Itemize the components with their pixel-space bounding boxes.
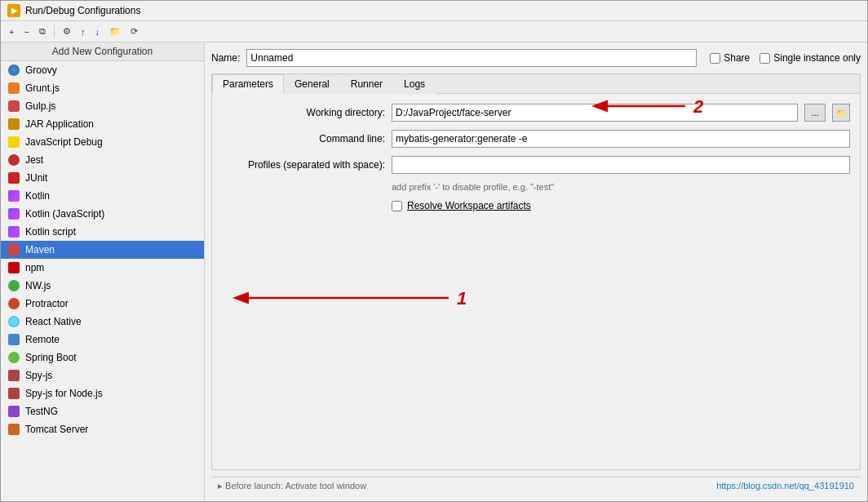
- profiles-hint: add prefix '-' to disable profile, e.g. …: [392, 182, 850, 192]
- sidebar-item-jsdebug[interactable]: JavaScript Debug: [1, 133, 204, 151]
- sort-button[interactable]: ⟳: [127, 24, 141, 39]
- sidebar-item-kotlin[interactable]: Kotlin: [1, 187, 204, 205]
- sidebar-item-nwjs[interactable]: NW.js: [1, 277, 204, 295]
- tab-general[interactable]: General: [284, 74, 340, 94]
- toolbar: + − ⧉ ⚙ ↑ ↓ 📁 ⟳: [1, 21, 867, 42]
- sidebar-header: Add New Configuration: [1, 42, 204, 61]
- tab-parameters[interactable]: Parameters: [212, 74, 284, 94]
- working-directory-label: Working directory:: [222, 107, 385, 118]
- gulp-icon: [7, 100, 20, 113]
- kotlin-script-icon: [7, 225, 20, 238]
- jest-icon: [7, 153, 20, 167]
- sidebar-label-spyjs: Spy-js: [25, 370, 52, 381]
- right-panel: Name: Share Single instance only Param: [205, 42, 867, 501]
- sidebar-label-jsdebug: JavaScript Debug: [25, 136, 103, 148]
- tabs-panel: Parameters General Runner Logs Working d…: [211, 73, 861, 470]
- single-instance-checkbox-label[interactable]: Single instance only: [760, 52, 861, 64]
- spyjs-icon: [7, 369, 20, 382]
- sidebar-item-npm[interactable]: npm: [1, 259, 204, 277]
- sidebar-label-kotlin-script: Kotlin script: [25, 226, 76, 238]
- working-directory-input[interactable]: [392, 104, 798, 122]
- sidebar-item-remote[interactable]: Remote: [1, 331, 204, 349]
- sidebar-item-jar[interactable]: JAR Application: [1, 115, 204, 133]
- resolve-workspace-row: Resolve Workspace artifacts: [392, 200, 850, 211]
- before-launch-text: ▸ Before launch: Activate tool window: [218, 481, 366, 491]
- npm-icon: [7, 261, 20, 274]
- command-line-label: Command line:: [222, 133, 385, 144]
- share-checkbox-label[interactable]: Share: [710, 52, 750, 64]
- sidebar-item-testng[interactable]: TestNG: [1, 402, 204, 420]
- sidebar-item-kotlin-js[interactable]: Kotlin (JavaScript): [1, 205, 204, 223]
- name-input[interactable]: [246, 49, 697, 67]
- command-line-row: Command line:: [222, 130, 850, 148]
- command-line-input[interactable]: [392, 130, 850, 148]
- browse-button[interactable]: ...: [804, 104, 826, 122]
- sidebar-item-maven[interactable]: Maven: [1, 241, 204, 259]
- sidebar: Add New Configuration Groovy Grunt.js Gu…: [1, 42, 205, 501]
- sidebar-label-gulpjs: Gulp.js: [25, 100, 55, 112]
- jar-icon: [7, 118, 20, 131]
- react-native-icon: [7, 315, 20, 328]
- profiles-input[interactable]: [392, 156, 850, 174]
- sidebar-label-protractor: Protractor: [25, 298, 69, 309]
- url-text: https://blog.csdn.net/qq_43191910: [716, 481, 854, 491]
- settings-button[interactable]: ⚙: [60, 24, 74, 39]
- sidebar-label-kotlin: Kotlin: [25, 190, 50, 202]
- add-button[interactable]: +: [6, 24, 17, 39]
- sidebar-label-junit: JUnit: [25, 172, 47, 184]
- main-content: Add New Configuration Groovy Grunt.js Gu…: [1, 42, 867, 501]
- sidebar-label-maven: Maven: [25, 244, 55, 255]
- sidebar-item-gruntjs[interactable]: Grunt.js: [1, 79, 204, 97]
- sidebar-label-gruntjs: Grunt.js: [25, 82, 60, 94]
- sidebar-item-junit[interactable]: JUnit: [1, 169, 204, 187]
- sidebar-item-gulpjs[interactable]: Gulp.js: [1, 97, 204, 115]
- separator-1: [54, 25, 55, 38]
- resolve-workspace-label[interactable]: Resolve Workspace artifacts: [407, 200, 531, 211]
- folder-open-button[interactable]: 📁: [832, 104, 850, 122]
- profiles-row: Profiles (separated with space):: [222, 156, 850, 174]
- maven-icon: [7, 243, 20, 256]
- tabs-header: Parameters General Runner Logs: [212, 74, 860, 94]
- sidebar-label-react-native: React Native: [25, 316, 82, 327]
- sidebar-item-react-native[interactable]: React Native: [1, 313, 204, 331]
- remote-icon: [7, 333, 20, 346]
- sidebar-label-jest: Jest: [25, 154, 43, 166]
- testng-icon: [7, 405, 20, 418]
- tab-logs[interactable]: Logs: [393, 74, 436, 94]
- sidebar-item-spyjs-node[interactable]: Spy-js for Node.js: [1, 384, 204, 402]
- sidebar-label-tomcat: Tomcat Server: [25, 424, 88, 435]
- sidebar-item-groovy[interactable]: Groovy: [1, 61, 204, 79]
- sidebar-label-testng: TestNG: [25, 406, 58, 417]
- remove-button[interactable]: −: [20, 24, 32, 39]
- share-label: Share: [724, 52, 750, 64]
- svg-text:1: 1: [457, 288, 467, 309]
- bottom-bar: ▸ Before launch: Activate tool window ht…: [211, 477, 861, 495]
- copy-button[interactable]: ⧉: [36, 24, 49, 39]
- share-checkbox[interactable]: [710, 53, 720, 64]
- jsdebug-icon: [7, 135, 20, 149]
- kotlin-icon: [7, 189, 20, 202]
- tomcat-icon: [7, 423, 20, 436]
- title-bar: ▶ Run/Debug Configurations: [1, 1, 867, 21]
- kotlin-js-icon: [7, 207, 20, 220]
- junit-icon: [7, 171, 20, 184]
- sidebar-item-protractor[interactable]: Protractor: [1, 295, 204, 313]
- tab-runner[interactable]: Runner: [340, 74, 393, 94]
- folder-button[interactable]: 📁: [106, 24, 124, 39]
- sidebar-label-nwjs: NW.js: [25, 280, 51, 291]
- resolve-workspace-checkbox[interactable]: [392, 201, 402, 211]
- main-window: ▶ Run/Debug Configurations + − ⧉ ⚙ ↑ ↓ 📁…: [0, 0, 868, 502]
- move-down-button[interactable]: ↓: [91, 24, 103, 39]
- tab-content-parameters: Working directory: ... 📁 Command line: P…: [212, 94, 860, 469]
- move-up-button[interactable]: ↑: [78, 24, 89, 39]
- sidebar-item-spring-boot[interactable]: Spring Boot: [1, 349, 204, 367]
- sidebar-label-remote: Remote: [25, 334, 60, 345]
- sidebar-item-spyjs[interactable]: Spy-js: [1, 367, 204, 384]
- sidebar-item-tomcat[interactable]: Tomcat Server: [1, 420, 204, 438]
- working-directory-row: Working directory: ... 📁: [222, 104, 850, 122]
- single-instance-label: Single instance only: [773, 52, 861, 64]
- sidebar-item-jest[interactable]: Jest: [1, 151, 204, 169]
- sidebar-item-kotlin-script[interactable]: Kotlin script: [1, 223, 204, 241]
- single-instance-checkbox[interactable]: [760, 53, 770, 64]
- spyjs-node-icon: [7, 387, 20, 400]
